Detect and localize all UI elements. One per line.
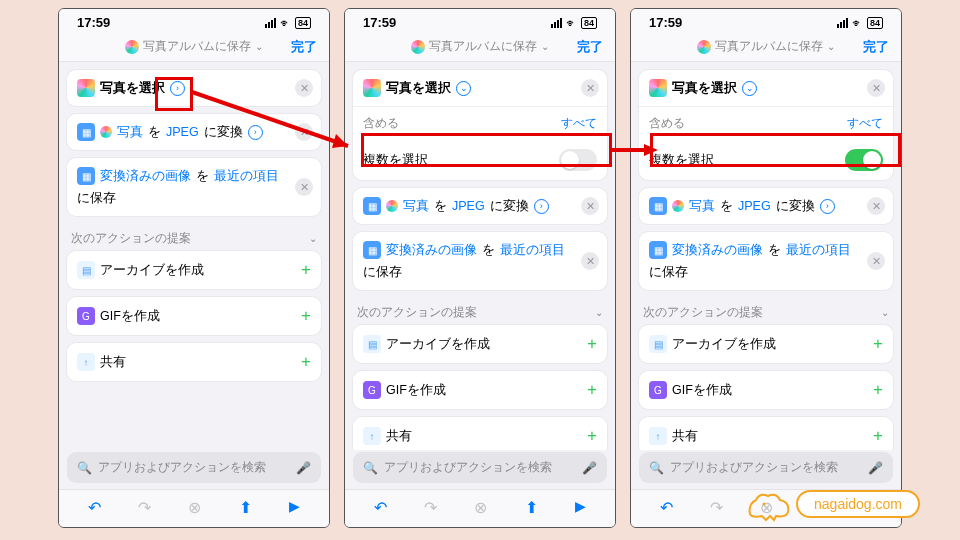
close-icon[interactable]: ✕ (581, 79, 599, 97)
undo-icon[interactable]: ↶ (88, 498, 101, 517)
convert-action[interactable]: ▦写真をJPEGに変換›✕ (67, 114, 321, 150)
phone-row: 17:59 ᯤ 84 写真アルバムに保存⌄ 完了 写真を選択›✕ ▦写真をJPE… (0, 0, 960, 536)
done-button[interactable]: 完了 (863, 38, 889, 56)
close-icon[interactable]: ✕ (581, 252, 599, 270)
save-action[interactable]: ▦変換済みの画像を最近の項目に保存✕ (353, 232, 607, 290)
play-icon[interactable]: ▶ (289, 498, 300, 517)
multi-select-row[interactable]: 複数を選択 (353, 140, 607, 180)
phone-screen-3: 17:59 ᯤ 84 写真アルバムに保存⌄完了 写真を選択⌄✕ 含めるすべて 複… (630, 8, 902, 528)
watermark-logo: nagaidog.com (746, 486, 920, 522)
toolbar: ↶↷⊗⬆▶ (59, 489, 329, 527)
multi-select-row[interactable]: 複数を選択 (639, 140, 893, 180)
redo-icon: ↷ (138, 498, 151, 517)
chevron-down-icon: ⌄ (309, 233, 317, 244)
workflow-content: 写真を選択›✕ ▦写真をJPEGに変換›✕ ▦変換済みの画像を最近の項目に保存✕… (59, 62, 329, 450)
add-icon[interactable]: + (301, 352, 311, 372)
search-input[interactable]: 🔍アプリおよびアクションを検索🎤 (639, 452, 893, 483)
close-icon[interactable]: ✕ (867, 197, 885, 215)
done-button[interactable]: 完了 (291, 38, 317, 56)
include-row[interactable]: 含めるすべて (353, 106, 607, 140)
expand-icon[interactable]: › (248, 125, 263, 140)
phone-screen-2: 17:59 ᯤ 84 写真アルバムに保存⌄完了 写真を選択⌄✕ 含めるすべて 複… (344, 8, 616, 528)
close-icon[interactable]: ✕ (295, 79, 313, 97)
search-input[interactable]: 🔍アプリおよびアクションを検索🎤 (67, 452, 321, 483)
mic-icon[interactable]: 🎤 (296, 461, 311, 475)
expand-icon[interactable]: › (170, 81, 185, 96)
photos-icon (100, 126, 112, 138)
select-photos-action[interactable]: 写真を選択›✕ (67, 70, 321, 106)
close-icon[interactable]: ✕ (867, 252, 885, 270)
chevron-down-icon[interactable]: ⌄ (255, 41, 263, 52)
search-icon: 🔍 (77, 461, 92, 475)
add-icon[interactable]: + (301, 306, 311, 326)
photos-icon (125, 40, 139, 54)
save-action[interactable]: ▦変換済みの画像を最近の項目に保存✕ (639, 232, 893, 290)
multi-select-toggle[interactable] (845, 149, 883, 171)
close-icon[interactable]: ✕ (867, 79, 885, 97)
close-icon[interactable]: ✕ (581, 197, 599, 215)
gif-suggestion[interactable]: GGIFを作成+ (67, 297, 321, 335)
status-icons: ᯤ 84 (265, 17, 311, 29)
select-photos-action-expanded[interactable]: 写真を選択⌄✕ 含めるすべて 複数を選択 (353, 70, 607, 180)
include-row[interactable]: 含めるすべて (639, 106, 893, 140)
image-icon: ▦ (77, 167, 95, 185)
time: 17:59 (77, 15, 110, 30)
status-bar: 17:59 ᯤ 84 (59, 9, 329, 32)
collapse-icon[interactable]: ⌄ (456, 81, 471, 96)
close-icon[interactable]: ✕ (295, 123, 313, 141)
phone-screen-1: 17:59 ᯤ 84 写真アルバムに保存⌄ 完了 写真を選択›✕ ▦写真をJPE… (58, 8, 330, 528)
done-button[interactable]: 完了 (577, 38, 603, 56)
share-icon[interactable]: ⬆ (239, 498, 252, 517)
share-suggestion[interactable]: ↑共有+ (67, 343, 321, 381)
close-icon[interactable]: ✕ (295, 178, 313, 196)
gif-icon: G (77, 307, 95, 325)
header: 写真アルバムに保存⌄ 完了 (59, 32, 329, 62)
multi-select-toggle[interactable] (559, 149, 597, 171)
svg-point-4 (763, 503, 766, 506)
search-input[interactable]: 🔍アプリおよびアクションを検索🎤 (353, 452, 607, 483)
convert-action[interactable]: ▦写真をJPEGに変換›✕ (353, 188, 607, 224)
photos-icon (77, 79, 95, 97)
delete-icon: ⊗ (188, 498, 201, 517)
archive-suggestion[interactable]: ▤アーカイブを作成+ (67, 251, 321, 289)
archive-icon: ▤ (77, 261, 95, 279)
image-icon: ▦ (77, 123, 95, 141)
select-photos-action-expanded[interactable]: 写真を選択⌄✕ 含めるすべて 複数を選択 (639, 70, 893, 180)
save-action[interactable]: ▦変換済みの画像を最近の項目に保存✕ (67, 158, 321, 216)
convert-action[interactable]: ▦写真をJPEGに変換›✕ (639, 188, 893, 224)
share-icon: ↑ (77, 353, 95, 371)
add-icon[interactable]: + (301, 260, 311, 280)
suggestions-header[interactable]: 次のアクションの提案⌄ (67, 224, 321, 251)
